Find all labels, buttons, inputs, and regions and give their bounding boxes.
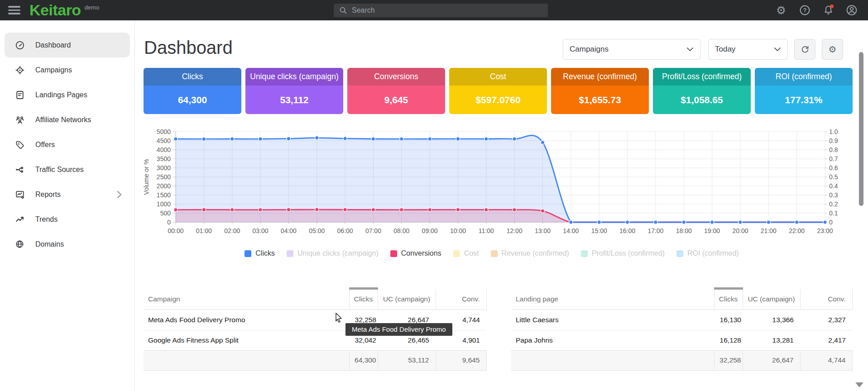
column-header-campaign[interactable]: Campaign <box>144 289 349 310</box>
stat-card-profit-loss[interactable]: Profit/Loss (confirmed) $1,058.65 <box>653 68 751 114</box>
global-search[interactable] <box>334 4 548 17</box>
menu-icon[interactable] <box>8 4 20 16</box>
svg-text:1500: 1500 <box>157 191 171 199</box>
sidebar-item-label: Affiliate Networks <box>35 116 91 124</box>
svg-text:500: 500 <box>160 210 171 217</box>
landing-pages-icon <box>15 90 25 100</box>
search-icon <box>339 6 347 14</box>
svg-text:Volume or %: Volume or % <box>143 159 150 195</box>
trends-icon <box>15 215 25 224</box>
table-row[interactable]: Papa Johns 16,128 13,281 2,417 <box>511 330 852 350</box>
account-avatar-icon[interactable] <box>846 5 858 16</box>
legend-swatch <box>581 250 588 257</box>
stat-card-revenue[interactable]: Revenue (confirmed) $1,655.73 <box>551 68 649 114</box>
legend-swatch <box>491 250 498 257</box>
svg-text:09:00: 09:00 <box>422 227 438 234</box>
date-range-select[interactable]: Today <box>708 39 788 60</box>
svg-text:20:00: 20:00 <box>732 227 748 234</box>
dashboard-settings-button[interactable]: ⚙ <box>822 39 843 60</box>
stat-card-cost[interactable]: Cost $597.0760 <box>449 68 547 114</box>
stat-card-unique-clicks[interactable]: Unique clicks (campaign) 53,112 <box>245 68 343 114</box>
svg-text:08:00: 08:00 <box>393 227 409 234</box>
svg-text:05:00: 05:00 <box>309 227 325 234</box>
svg-text:14:00: 14:00 <box>563 227 579 234</box>
topbar: Keitaro demo ⚙ ? <box>0 0 868 20</box>
legend-item-conversions[interactable]: Conversions <box>390 249 441 257</box>
stat-card-label: ROI (confirmed) <box>776 72 832 81</box>
affiliate-networks-icon <box>15 115 25 125</box>
stat-card-roi[interactable]: ROI (confirmed) 177.31% <box>755 68 853 114</box>
svg-text:23:00: 23:00 <box>817 227 833 234</box>
stat-card-label: Conversions <box>374 72 418 81</box>
svg-text:03:00: 03:00 <box>253 227 269 234</box>
table-totals-row: 32,258 26,647 4,744 <box>511 350 852 370</box>
column-header-clicks[interactable]: Clicks <box>349 289 378 310</box>
stat-card-conversions[interactable]: Conversions 9,645 <box>347 68 445 114</box>
dashboard-chart: 00:0001:0002:0003:0004:0005:0006:0007:00… <box>139 125 845 239</box>
column-header-uc[interactable]: UC (campaign) <box>743 289 800 310</box>
sidebar-item-label: Domains <box>35 240 64 248</box>
legend-item-revenue[interactable]: Revenue (confirmed) <box>491 249 569 257</box>
sidebar-item-campaigns[interactable]: Campaigns <box>5 57 130 82</box>
stat-card-value: 53,112 <box>280 95 308 105</box>
sidebar-item-traffic-sources[interactable]: Traffic Sources <box>5 157 130 182</box>
settings-gear-icon[interactable]: ⚙ <box>775 5 787 16</box>
grouping-select[interactable]: Campaigns <box>563 39 700 60</box>
main-content: Dashboard Campaigns Today ⚙ Clicks <box>135 20 868 391</box>
sidebar-item-dashboard[interactable]: Dashboard <box>5 33 130 57</box>
sidebar-item-reports[interactable]: Reports <box>5 182 130 207</box>
stat-card-value: $1,058.65 <box>681 95 723 105</box>
svg-text:07:00: 07:00 <box>365 227 381 234</box>
traffic-sources-icon <box>15 165 25 175</box>
refresh-button[interactable] <box>794 39 815 60</box>
sidebar-item-affiliate-networks[interactable]: Affiliate Networks <box>5 107 130 132</box>
stat-card-value: 64,300 <box>178 95 207 105</box>
svg-text:4000: 4000 <box>157 146 171 153</box>
notifications-bell-icon[interactable] <box>822 5 834 16</box>
sidebar-item-label: Dashboard <box>35 41 71 49</box>
table-totals-row: 64,300 53,112 9,645 <box>144 350 486 370</box>
column-header-clicks[interactable]: Clicks <box>714 289 743 310</box>
svg-text:5000: 5000 <box>157 128 171 135</box>
scroll-down-arrow[interactable] <box>855 382 863 387</box>
legend-item-roi[interactable]: ROI (confirmed) <box>676 249 739 257</box>
date-range-value: Today <box>715 45 735 54</box>
svg-text:0.8: 0.8 <box>829 146 838 153</box>
column-header-conv[interactable]: Conv. <box>436 289 486 310</box>
svg-text:0: 0 <box>167 219 171 226</box>
legend-item-clicks[interactable]: Clicks <box>245 249 275 257</box>
sidebar-item-offers[interactable]: $ Offers <box>5 132 130 157</box>
column-header-conv[interactable]: Conv. <box>800 289 852 310</box>
row-tooltip: Meta Ads Food Delivery Promo <box>345 323 452 336</box>
stat-card-label: Clicks <box>182 72 203 81</box>
scrollbar-thumb[interactable] <box>859 52 863 206</box>
stat-card-label: Profit/Loss (confirmed) <box>662 72 742 81</box>
sidebar-item-label: Campaigns <box>35 66 72 74</box>
sidebar-item-domains[interactable]: Domains <box>5 232 130 257</box>
svg-text:USD: USD <box>844 170 845 184</box>
help-icon[interactable]: ? <box>799 5 810 16</box>
legend-item-profit-loss[interactable]: Profit/Loss (confirmed) <box>581 249 665 257</box>
svg-text:1000: 1000 <box>157 200 171 208</box>
svg-text:01:00: 01:00 <box>196 227 212 234</box>
stat-card-clicks[interactable]: Clicks 64,300 <box>144 68 241 114</box>
chevron-down-icon <box>774 47 781 52</box>
svg-text:04:00: 04:00 <box>281 227 297 234</box>
sidebar-item-trends[interactable]: Trends <box>5 207 130 232</box>
sidebar-item-landings-pages[interactable]: Landings Pages <box>5 82 130 107</box>
mouse-cursor <box>334 312 344 323</box>
svg-text:12:00: 12:00 <box>507 227 523 234</box>
refresh-icon <box>801 45 810 54</box>
logo-demo-badge: demo <box>85 4 100 11</box>
stat-card-label: Revenue (confirmed) <box>563 72 637 81</box>
page-title: Dashboard <box>144 38 233 58</box>
search-input[interactable] <box>352 6 533 14</box>
legend-item-unique-clicks[interactable]: Unique clicks (campaign) <box>287 249 379 257</box>
column-header-landing-page[interactable]: Landing page <box>511 289 714 310</box>
app-logo[interactable]: Keitaro <box>29 1 81 19</box>
legend-item-cost[interactable]: Cost <box>453 249 479 257</box>
table-row[interactable]: Little Caesars 16,130 13,366 2,327 <box>511 310 852 330</box>
svg-text:?: ? <box>803 7 806 14</box>
column-header-uc[interactable]: UC (campaign) <box>378 289 436 310</box>
svg-text:0.6: 0.6 <box>829 164 838 172</box>
